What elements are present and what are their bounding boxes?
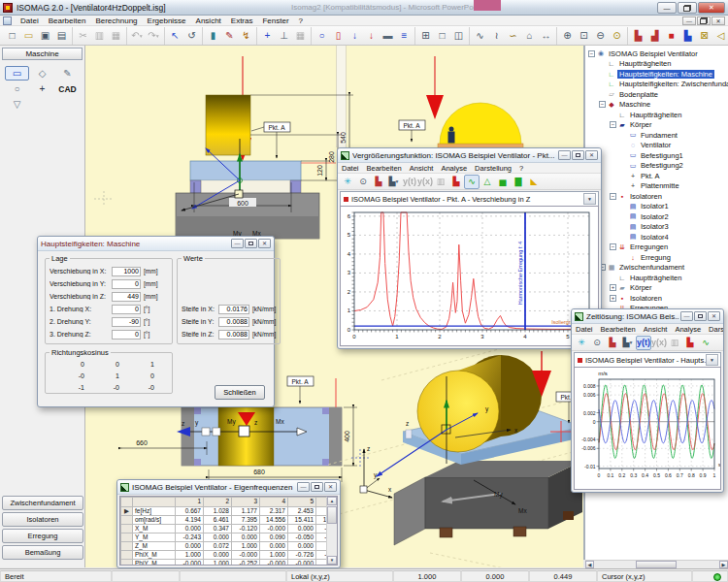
time-chart-area[interactable]: 00.10.20.30.40.50.60.70.80.910.0080.0060… (574, 367, 721, 490)
menu-item-datei[interactable]: Datei (572, 324, 597, 335)
menu-item-ansicht[interactable]: Ansicht (191, 16, 226, 26)
chart-edit-icon[interactable]: ▙ (605, 336, 620, 350)
minimize-button[interactable]: — (680, 311, 693, 321)
select-arrow-icon[interactable]: ↖ (167, 28, 183, 44)
menu-item-ansicht[interactable]: Ansicht (640, 324, 672, 335)
fundament-plate[interactable] (190, 161, 301, 180)
tree-item-isolatoren[interactable]: −▪Isolatoren (585, 191, 728, 202)
menu-item-analyse[interactable]: Analyse (671, 324, 705, 335)
tree-item-maschine[interactable]: −◆Maschine (585, 100, 728, 111)
excitation-blue-icon[interactable]: ↓ (347, 28, 363, 44)
row-selector[interactable]: ▶ (121, 507, 133, 516)
tree-item-pkt-a[interactable]: +Pkt. A (585, 171, 728, 181)
window-zeitloesung[interactable]: Zeitlösung: ISOMAG Beis... — ✕ DateiBear… (571, 308, 724, 493)
table-row[interactable]: om[rad/s]4.1946.4617.39514.55615.41115 (121, 516, 326, 525)
tree-item-isomag-beispiel-ventilator[interactable]: −◉ISOMAG Beispiel Ventilator (585, 48, 728, 59)
open-file-icon[interactable]: ▭ (20, 28, 37, 44)
tree-item-isolator4[interactable]: ▤Isolator4 (585, 232, 728, 242)
model-stop-icon[interactable]: ■ (663, 28, 679, 44)
tree-item-haupttr-gheiten[interactable]: ∟Hauptträgheiten (585, 59, 728, 70)
tree-item-isolator1[interactable]: ▤Isolator1 (585, 202, 728, 212)
tree-item-isolatoren[interactable]: +▪Isolatoren (585, 293, 728, 304)
field-verschiebung-in-x[interactable] (112, 267, 141, 276)
field-steife-in-x[interactable] (218, 305, 249, 314)
scroll-down-icon[interactable]: ▼ (327, 556, 337, 565)
refresh-icon[interactable]: ✳ (340, 175, 355, 189)
menu-item-analyse[interactable]: Analyse (437, 163, 471, 174)
chart-type-icon[interactable]: ▙▼ (386, 175, 402, 189)
curve-mode-icon[interactable]: ∽ (505, 28, 521, 44)
new-body-icon[interactable]: ▮ (205, 28, 221, 44)
collapse-icon[interactable]: − (610, 121, 616, 128)
body-shape-tool[interactable]: ▭ (5, 66, 29, 81)
tree-item-plattenmitte[interactable]: +Plattenmitte (585, 181, 728, 192)
mdi-restore-button[interactable] (697, 16, 711, 25)
pen-tool[interactable]: ✎ (55, 66, 80, 81)
zoom-lens-icon[interactable]: ⊙ (589, 336, 605, 350)
window-titlebar[interactable]: Vergrößerungsfunktion: ISOMAG Beispiel V… (338, 148, 601, 163)
zoom-fit-icon[interactable]: ⊙ (609, 28, 625, 44)
series-combobox[interactable]: ISOMAG Beispiel Ventilator - Haupts... ▼ (574, 352, 721, 368)
mdi-minimize-button[interactable]: — (682, 16, 696, 25)
close-button[interactable]: ✕ (585, 150, 598, 160)
ventilator-cylinder[interactable] (206, 95, 250, 155)
scroll-right-icon[interactable]: ▶ (719, 561, 728, 568)
field-verschiebung-in-y[interactable] (112, 279, 141, 289)
menu-item-datei[interactable]: Datei (16, 16, 44, 26)
table-row[interactable]: Y_M-0.2430.0000.0000.090-0.050-0 (121, 534, 326, 542)
machine-tool-icon[interactable]: ▬ (380, 28, 396, 44)
sidebar-button-isolatoren[interactable]: Isolatoren (2, 512, 83, 527)
zoom-lens-icon[interactable]: ⊙ (355, 175, 371, 189)
viewport-single-icon[interactable]: □ (434, 28, 450, 44)
scroll-left-icon[interactable]: ◀ (585, 561, 594, 568)
collapse-icon[interactable]: − (599, 101, 606, 108)
ruler-icon[interactable]: ◣ (526, 175, 542, 189)
snap-icon[interactable]: ↯ (238, 28, 254, 44)
tree-item-k-rper[interactable]: −▰Körper (585, 120, 728, 131)
field-3-drehung-z[interactable] (112, 330, 141, 340)
window-titlebar[interactable]: Zeitlösung: ISOMAG Beis... — ✕ (572, 309, 723, 324)
minimize-button[interactable]: — (657, 2, 677, 14)
model-iso-icon[interactable]: ▙ (679, 28, 696, 44)
table-row[interactable]: X_M0.0000.347-0.120-0.0000.000-0 (121, 525, 326, 534)
chart-edit-icon[interactable]: ▙ (371, 175, 386, 189)
menu-item-bearbeiten[interactable]: Bearbeiten (363, 163, 406, 174)
row-selector[interactable] (121, 534, 133, 542)
viewport-split-icon[interactable]: ◫ (450, 28, 467, 44)
dialog-hauptsteifigkeiten[interactable]: Hauptsteifigkeiten: Maschine — ✕ Lage Ve… (37, 236, 275, 407)
tree-item-isolator2[interactable]: ▤Isolator2 (585, 211, 728, 222)
isolator-right[interactable] (290, 180, 301, 193)
tree-item-befestigung2[interactable]: ▭Befestigung2 (585, 161, 728, 172)
tree-item-haupttr-gheiten[interactable]: ∟Hauptträgheiten (585, 273, 728, 283)
row-selector[interactable] (121, 551, 133, 560)
sidebar-button-erregung[interactable]: Erregung (2, 529, 83, 543)
collapse-icon[interactable]: − (588, 50, 595, 57)
zoom-in-icon[interactable]: ⊕ (559, 28, 576, 44)
menu-item-ergebnisse[interactable]: Ergebnisse (143, 16, 191, 26)
point-cross-tool[interactable]: + (30, 81, 54, 96)
funnel-tool[interactable]: ▽ (5, 97, 29, 112)
scrollbar-thumb[interactable] (636, 561, 677, 568)
isolator-tool-icon[interactable]: ▯ (330, 28, 347, 44)
drop-tool[interactable]: ◇ (30, 66, 54, 81)
bar-chart-icon[interactable]: ▙ (448, 175, 464, 189)
window-vergroesserungsfunktion[interactable]: Vergrößerungsfunktion: ISOMAG Beispiel V… (337, 147, 602, 349)
schliessen-button[interactable]: Schließen (215, 385, 265, 400)
chevron-down-icon[interactable]: ▼ (706, 354, 718, 366)
viewport-quad-icon[interactable]: ⊞ (417, 28, 434, 44)
menu-item-berechnung[interactable]: Berechnung (90, 16, 142, 26)
pan-view-icon[interactable]: ↔ (538, 28, 554, 44)
home-view-icon[interactable]: ⌂ (521, 28, 538, 44)
body-tool-icon[interactable]: ○ (314, 28, 330, 44)
zoom-out-icon[interactable]: ⊖ (592, 28, 609, 44)
eigenfrequencies-table[interactable]: 12345▶fe[Hz]0.6671.0281.1772.3172.4532om… (120, 497, 326, 565)
collapse-icon[interactable]: − (610, 243, 616, 250)
area-chart-icon[interactable]: ▅ (495, 175, 511, 189)
save-file-icon[interactable]: ▣ (37, 28, 53, 44)
close-button[interactable]: ✕ (324, 482, 337, 492)
tree-item-befestigung1[interactable]: ▭Befestigung1 (585, 150, 728, 161)
table-row[interactable]: PhiX_M1.0000.000-0.0001.000-0.726-0 (121, 551, 326, 560)
dialog-titlebar[interactable]: Hauptsteifigkeiten: Maschine — ✕ (38, 237, 274, 251)
close-button[interactable]: ✕ (258, 239, 271, 248)
minimize-button[interactable]: — (558, 150, 571, 160)
